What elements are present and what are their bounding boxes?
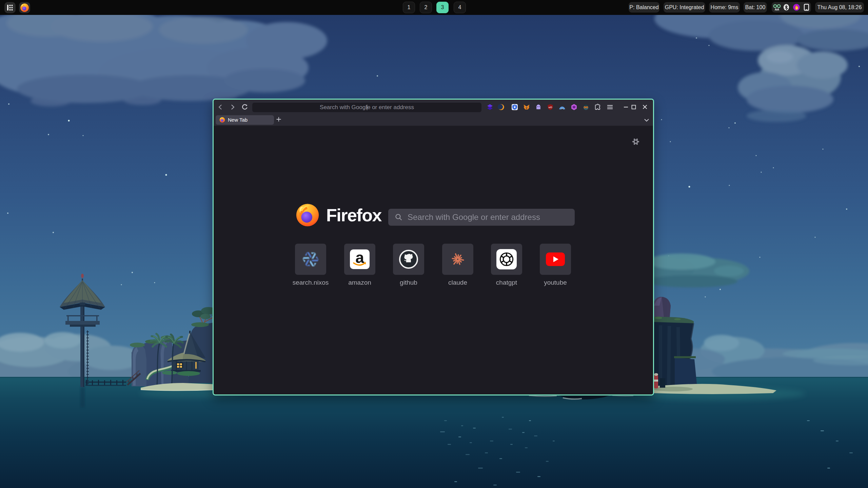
svg-text:uO: uO <box>548 106 552 109</box>
